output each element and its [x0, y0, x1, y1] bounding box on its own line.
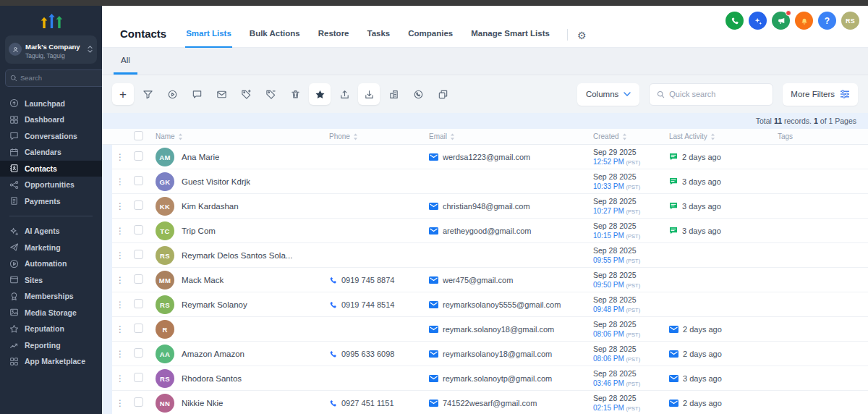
whatsapp-button[interactable] [407, 83, 429, 105]
row-checkbox[interactable] [134, 348, 143, 358]
row-menu-button[interactable]: ⋮ [112, 300, 128, 310]
sidebar-item-media-storage[interactable]: Media Storage [0, 305, 102, 321]
send-sms-button[interactable] [186, 83, 208, 105]
table-row[interactable]: ⋮ NN Nikkie Nkie 0927 451 1151 741522wes… [102, 391, 868, 414]
row-menu-button[interactable]: ⋮ [112, 152, 128, 162]
add-to-company-button[interactable] [383, 83, 404, 105]
table-row[interactable]: ⋮ RS Rhodora Santos reymark.solanoytp@gm… [102, 366, 868, 391]
row-checkbox[interactable] [134, 200, 143, 210]
sidebar-item-memberships[interactable]: Memberships [0, 288, 102, 305]
column-header-last-activity[interactable]: Last Activity [663, 132, 771, 140]
add-contact-button[interactable]: + [112, 83, 134, 105]
phone-button[interactable] [726, 12, 744, 30]
sidebar-item-reporting[interactable]: Reporting [0, 337, 102, 354]
row-checkbox[interactable] [134, 151, 143, 161]
tab-manage-smart-lists[interactable]: Manage Smart Lists [470, 29, 550, 48]
row-checkbox[interactable] [134, 397, 143, 407]
company-switcher[interactable]: Mark's Company Taguig, Taguig [5, 35, 97, 64]
more-filters-button[interactable]: More Filters [783, 83, 858, 106]
tab-tasks[interactable]: Tasks [367, 29, 391, 48]
user-avatar[interactable]: RS [841, 12, 859, 30]
sidebar-item-calendars[interactable]: Calendars [0, 144, 102, 161]
row-menu-button[interactable]: ⋮ [112, 275, 128, 285]
table-row[interactable]: ⋮ KK Kim Kardashan christian948@gmail.co… [102, 194, 868, 219]
quick-search-input[interactable] [669, 90, 765, 98]
row-checkbox[interactable] [134, 274, 143, 284]
column-header-phone[interactable]: Phone [323, 132, 422, 140]
updates-button[interactable] [749, 12, 767, 30]
contact-name[interactable]: Trip Com [182, 227, 216, 235]
select-all-checkbox[interactable] [134, 131, 143, 140]
sidebar-item-payments[interactable]: Payments [0, 193, 102, 210]
sidebar-search[interactable]: ctrl K [5, 69, 102, 87]
sidebar-item-marketing[interactable]: Marketing [0, 240, 102, 256]
row-menu-button[interactable]: ⋮ [112, 226, 128, 236]
notifications-button[interactable] [795, 12, 813, 30]
export-button[interactable] [333, 83, 355, 105]
sidebar-item-launchpad[interactable]: Launchpad [0, 96, 102, 112]
contact-name[interactable]: Amazon Amazon [182, 350, 244, 358]
delete-button[interactable] [284, 83, 306, 105]
table-row[interactable]: ⋮ TC Trip Com aretheygood@gmail.com Sep … [102, 219, 868, 243]
merge-button[interactable] [432, 83, 454, 105]
row-checkbox[interactable] [134, 250, 143, 259]
row-checkbox[interactable] [134, 225, 143, 235]
row-menu-button[interactable]: ⋮ [112, 398, 128, 408]
sidebar-item-app-marketplace[interactable]: App Marketplace [0, 353, 102, 370]
row-menu-button[interactable]: ⋮ [112, 201, 128, 211]
sidebar-item-ai-agents[interactable]: AI Agents [0, 223, 102, 240]
column-header-created[interactable]: Created [587, 132, 663, 140]
row-menu-button[interactable]: ⋮ [112, 373, 128, 384]
contact-name[interactable]: Ana Marie [182, 153, 219, 161]
row-menu-button[interactable]: ⋮ [112, 250, 128, 261]
table-row[interactable]: ⋮ AA Amazon Amazon 0995 633 6098 reymark… [102, 342, 868, 366]
sidebar-item-contacts[interactable]: Contacts [0, 161, 102, 177]
row-checkbox[interactable] [134, 176, 143, 185]
row-checkbox[interactable] [134, 299, 143, 308]
row-menu-button[interactable]: ⋮ [112, 349, 128, 359]
sidebar-item-dashboard[interactable]: Dashboard [0, 111, 102, 128]
row-checkbox[interactable] [134, 324, 143, 333]
columns-button[interactable]: Columns [577, 83, 639, 106]
quick-search[interactable] [649, 83, 773, 106]
column-header-email[interactable]: Email [422, 132, 587, 140]
table-row[interactable]: ⋮ R reymark.solanoy18@gmail.com Sep 28 2… [102, 317, 868, 342]
remove-tag-button[interactable] [260, 83, 281, 105]
tab-smart-lists[interactable]: Smart Lists [185, 29, 232, 48]
sidebar-item-opportunities[interactable]: Opportunities [0, 177, 102, 193]
sidebar-item-sites[interactable]: Sites [0, 272, 102, 289]
contact-name[interactable]: Reymark Delos Santos Sola... [182, 251, 292, 260]
contact-name[interactable]: Mack Mack [182, 276, 224, 284]
row-menu-button[interactable]: ⋮ [112, 324, 128, 334]
contact-name[interactable]: Reymark Solanoy [182, 300, 247, 309]
table-row[interactable]: ⋮ GK Guest Visitor Kdrjk Sep 28 2025 10:… [102, 169, 868, 194]
table-row[interactable]: ⋮ RS Reymark Solanoy 0919 744 8514 reyma… [102, 292, 868, 317]
row-menu-button[interactable]: ⋮ [112, 177, 128, 187]
table-row[interactable]: ⋮ RS Reymark Delos Santos Sola... Sep 28… [102, 243, 868, 268]
tab-companies[interactable]: Companies [407, 29, 454, 48]
sidebar-item-conversations[interactable]: Conversations [0, 128, 102, 145]
automation-button[interactable] [161, 83, 183, 105]
send-email-button[interactable] [210, 83, 232, 105]
tab-restore[interactable]: Restore [318, 29, 350, 48]
table-row[interactable]: ⋮ AM Ana Marie werdsa1223@gmail.com Sep … [102, 145, 868, 169]
contact-name[interactable]: Guest Visitor Kdrjk [182, 177, 250, 186]
contact-name[interactable]: Rhodora Santos [182, 374, 242, 383]
sidebar-item-automation[interactable]: Automation [0, 255, 102, 272]
help-button[interactable]: ? [818, 12, 836, 30]
column-header-name[interactable]: Name [153, 132, 323, 140]
announcements-button[interactable] [772, 12, 790, 30]
contact-name[interactable]: Nikkie Nkie [182, 399, 224, 407]
subtab-all[interactable]: All [114, 48, 137, 75]
star-button[interactable] [309, 83, 331, 105]
sidebar-item-reputation[interactable]: Reputation [0, 321, 102, 337]
add-tag-button[interactable] [235, 83, 257, 105]
contact-name[interactable]: Kim Kardashan [182, 202, 239, 211]
table-row[interactable]: ⋮ MM Mack Mack 0919 745 8874 wer475@gmai… [102, 268, 868, 292]
row-checkbox[interactable] [134, 373, 143, 382]
tab-bulk-actions[interactable]: Bulk Actions [249, 29, 301, 48]
settings-gear-icon[interactable]: ⚙ [577, 30, 587, 48]
sidebar-search-input[interactable] [20, 74, 102, 82]
filter-button[interactable] [137, 83, 158, 105]
import-button[interactable] [358, 83, 380, 105]
